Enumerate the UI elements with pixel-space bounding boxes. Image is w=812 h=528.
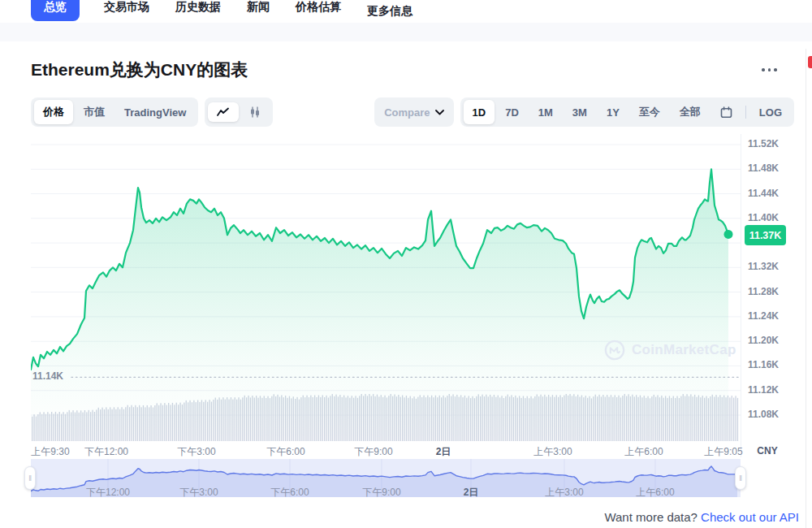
chart-toolbar: 价格市值TradingView Compare 1D7D1M3M1Y至今全部 bbox=[31, 97, 794, 127]
log-scale-button[interactable]: LOG bbox=[750, 102, 791, 123]
minimap-tick: 下午9:00 bbox=[362, 486, 400, 500]
price-chart[interactable] bbox=[31, 134, 741, 443]
right-edge-divider bbox=[806, 49, 806, 528]
y-axis-tick: 11.48K bbox=[748, 162, 779, 174]
range-1M[interactable]: 1M bbox=[529, 100, 562, 124]
y-axis-tick: 11.52K bbox=[748, 138, 779, 149]
range-1D[interactable]: 1D bbox=[464, 100, 495, 124]
x-axis-tick: 下午9:00 bbox=[354, 445, 392, 459]
minimap-tick: 下午6:00 bbox=[270, 486, 309, 500]
toolbar-divider bbox=[745, 106, 746, 119]
api-promo-text: Want more data? bbox=[604, 510, 698, 524]
x-axis-tick: 2日 bbox=[436, 445, 451, 459]
last-price-dot bbox=[724, 230, 733, 239]
nav-tab-item[interactable]: 更多信息 bbox=[365, 0, 414, 25]
range-3M[interactable]: 3M bbox=[564, 100, 596, 124]
view-tab[interactable]: TradingView bbox=[115, 102, 195, 123]
nav-tabs: 总览交易市场历史数据新闻价格估算更多信息 bbox=[31, 0, 414, 23]
x-axis-tick: 上午9:05 bbox=[704, 445, 742, 459]
x-axis-tick: 上午9:30 bbox=[31, 445, 69, 459]
chart-type-switch bbox=[205, 97, 273, 127]
brush-handle-left[interactable]: ‖ bbox=[24, 466, 36, 490]
y-axis-tick: 11.28K bbox=[748, 286, 779, 297]
clipped-red-icon bbox=[808, 56, 812, 68]
y-axis-tick: 11.32K bbox=[748, 261, 779, 272]
y-axis-tick: 11.24K bbox=[748, 310, 779, 322]
y-axis-tick: 11.20K bbox=[748, 335, 779, 346]
x-axis-tick: 下午12:00 bbox=[84, 445, 128, 459]
x-axis-tick: 上午3:00 bbox=[533, 445, 572, 459]
minimap-tick: 2日 bbox=[464, 486, 479, 500]
range-至今[interactable]: 至今 bbox=[630, 100, 669, 124]
axis-border bbox=[741, 134, 741, 457]
range-selector: 1D7D1M3M1Y至今全部 LOG bbox=[460, 97, 794, 127]
compare-button[interactable]: Compare bbox=[374, 97, 453, 127]
nav-tab-item[interactable]: 新闻 bbox=[245, 0, 271, 21]
nav-tab-item[interactable]: 历史数据 bbox=[174, 0, 222, 21]
range-7D[interactable]: 7D bbox=[496, 100, 528, 124]
x-axis-labels: 上午9:30下午12:00下午3:00下午6:00下午9:002日上午3:00上… bbox=[0, 445, 812, 458]
day-low-label: 11.14K bbox=[32, 370, 63, 382]
y-axis-tick: 11.44K bbox=[748, 188, 779, 199]
page-title: Ethereum兑换为CNY的图表 bbox=[31, 58, 248, 81]
y-axis-tick: 11.16K bbox=[748, 359, 779, 370]
compare-label: Compare bbox=[384, 106, 430, 119]
calendar-icon[interactable] bbox=[711, 102, 741, 123]
range-全部[interactable]: 全部 bbox=[671, 100, 710, 124]
brush-handle-right[interactable]: ‖ bbox=[735, 466, 746, 490]
minimap-labels: 下午12:00下午3:00下午6:00下午9:002日上午3:00上午6:00 bbox=[0, 486, 812, 497]
page-background-strip bbox=[0, 23, 812, 41]
nav-tab-item[interactable]: 价格估算 bbox=[294, 0, 343, 21]
current-price-badge: 11.37K bbox=[745, 225, 786, 245]
api-promo: Want more data? Check out our API bbox=[604, 510, 799, 524]
api-link[interactable]: Check out our API bbox=[701, 510, 799, 524]
y-axis-tick: 11.40K bbox=[748, 212, 779, 223]
coinmarketcap-chart-page: 总览交易市场历史数据新闻价格估算更多信息 Ethereum兑换为CNY的图表 价… bbox=[0, 0, 812, 528]
nav-tab-item[interactable]: 交易市场 bbox=[102, 0, 151, 21]
nav-tab-active[interactable]: 总览 bbox=[31, 0, 80, 21]
range-1Y[interactable]: 1Y bbox=[598, 100, 628, 124]
candlestick-icon[interactable] bbox=[240, 102, 270, 123]
view-tab[interactable]: 市值 bbox=[75, 100, 114, 124]
minimap-tick: 上午6:00 bbox=[636, 486, 674, 500]
range-buttons: 1D7D1M3M1Y至今全部 bbox=[464, 100, 710, 124]
minimap-tick: 下午12:00 bbox=[86, 486, 130, 500]
line-chart-icon[interactable] bbox=[208, 102, 239, 122]
y-axis-tick: 11.12K bbox=[748, 384, 779, 396]
view-tabs: 价格市值TradingView bbox=[31, 97, 198, 127]
x-axis-tick: 下午3:00 bbox=[177, 445, 215, 459]
chevron-down-icon bbox=[435, 110, 444, 115]
view-tab[interactable]: 价格 bbox=[34, 100, 73, 124]
x-axis-tick: 上午6:00 bbox=[624, 445, 663, 459]
x-axis-tick: 下午6:00 bbox=[266, 445, 304, 459]
x-axis-tick: CNY bbox=[757, 445, 777, 457]
minimap-tick: 上午3:00 bbox=[545, 486, 583, 500]
minimap-tick: 下午3:00 bbox=[179, 486, 218, 500]
more-menu-icon[interactable] bbox=[760, 67, 779, 73]
y-axis-tick: 11.08K bbox=[748, 409, 779, 420]
